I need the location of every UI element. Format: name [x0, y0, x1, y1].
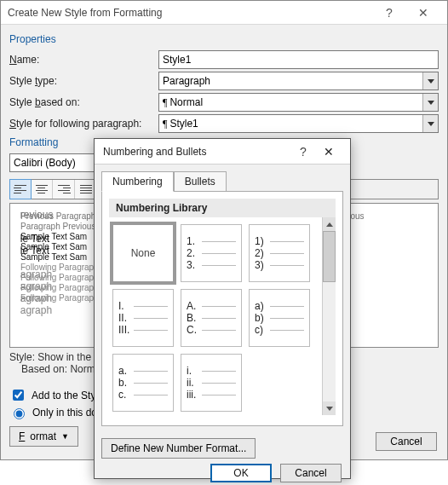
scroll-down-icon[interactable]	[323, 401, 336, 415]
following-para-label: Style for following paragraph:	[9, 118, 158, 130]
align-left-button[interactable]	[9, 179, 32, 199]
cancel-button[interactable]: Cancel	[376, 432, 437, 451]
cancel-button[interactable]: Cancel	[280, 464, 342, 482]
scroll-up-icon[interactable]	[323, 217, 336, 231]
numbering-tile-lower-alpha-paren[interactable]: a) b) c)	[249, 289, 310, 347]
chevron-down-icon	[422, 72, 438, 89]
ok-button[interactable]: OK	[210, 464, 272, 482]
define-new-format-button[interactable]: Define New Number Format...	[101, 438, 256, 459]
based-on-label: Style based on:	[9, 96, 158, 108]
style-type-combo[interactable]: Paragraph	[158, 72, 439, 90]
name-input[interactable]	[158, 50, 439, 69]
titlebar: Numbering and Bullets ? ✕	[95, 139, 350, 165]
library-heading: Numbering Library	[109, 199, 336, 217]
style-type-label: Style type:	[9, 75, 158, 87]
numbering-panel: Numbering Library None 1. 2. 3. 1) 2) 3)…	[101, 191, 343, 426]
scroll-thumb[interactable]	[323, 231, 336, 282]
titlebar: Create New Style from Formatting ? ✕	[1, 1, 447, 25]
format-menu-button[interactable]: Format▼	[9, 426, 78, 447]
numbering-tile-upper-roman[interactable]: I. II. III.	[112, 289, 174, 347]
chevron-down-icon	[422, 94, 438, 111]
name-label: Name:	[9, 54, 158, 66]
close-button[interactable]: ✕	[316, 145, 342, 159]
chevron-down-icon	[422, 115, 438, 132]
scrollbar[interactable]	[322, 217, 336, 415]
close-button[interactable]: ✕	[406, 6, 440, 20]
numbering-tile-lower-roman[interactable]: i. ii. iii.	[181, 354, 242, 412]
align-center-button[interactable]	[31, 180, 53, 199]
numbering-tile-decimal-paren[interactable]: 1) 2) 3)	[249, 224, 310, 282]
align-right-button[interactable]	[53, 180, 75, 199]
dialog-title: Numbering and Bullets	[103, 146, 290, 158]
based-on-combo[interactable]: ¶ Normal	[158, 93, 439, 112]
help-button[interactable]: ?	[290, 145, 316, 159]
tab-numbering[interactable]: Numbering	[101, 171, 174, 192]
dialog-title: Create New Style from Formatting	[8, 7, 372, 19]
numbering-tile-upper-alpha[interactable]: A. B. C.	[181, 289, 242, 347]
tab-bullets[interactable]: Bullets	[174, 171, 227, 192]
numbering-tile-none[interactable]: None	[112, 224, 174, 282]
numbering-bullets-dialog: Numbering and Bullets ? ✕ Numbering Bull…	[94, 138, 351, 479]
numbering-tile-lower-alpha-dot[interactable]: a. b. c.	[112, 354, 174, 412]
caret-down-icon: ▼	[61, 432, 69, 441]
properties-heading: Properties	[9, 33, 439, 45]
numbering-grid: None 1. 2. 3. 1) 2) 3) I. II. III. A.	[109, 217, 320, 415]
help-button[interactable]: ?	[372, 6, 406, 20]
following-para-combo[interactable]: ¶ Style1	[158, 114, 439, 133]
tab-strip: Numbering Bullets	[95, 165, 350, 192]
numbering-tile-decimal-dot[interactable]: 1. 2. 3.	[181, 224, 242, 282]
